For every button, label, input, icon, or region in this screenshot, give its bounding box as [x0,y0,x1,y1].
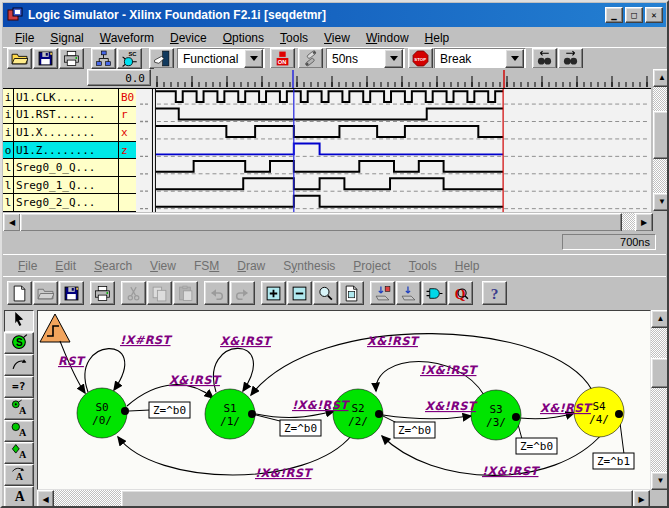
break-mode-combobox[interactable]: Break [434,48,526,69]
save-button[interactable] [59,281,84,305]
fsm-menu-fsm[interactable]: FSM [185,257,228,275]
new-doc-button[interactable] [7,281,32,305]
fsm-hscrollbar[interactable]: ◀ ▶ [37,490,650,507]
signal-row[interactable]: iU1.RST......r [3,107,136,125]
menu-device[interactable]: Device [162,29,215,47]
wave-vscrollbar[interactable]: ▲ ▼ [653,69,669,211]
signal-row[interactable]: iU1.CLK......B0 [3,89,136,107]
condition-label[interactable]: !X&!RST [255,466,313,480]
help-button[interactable]: ? [482,281,507,305]
condition-label[interactable]: !X&!RST [292,398,350,412]
fsm-menu-tools[interactable]: Tools [400,257,446,275]
signal-row[interactable]: lSreg0_0_Q... [3,159,136,177]
print-button[interactable] [59,48,84,69]
chevron-down-icon[interactable] [505,49,524,68]
stop-button[interactable]: STOP [408,48,433,69]
signal-row[interactable]: iU1.X........x [3,124,136,142]
find-next-button[interactable] [558,48,583,69]
condition-tool-button[interactable]: =? [4,376,34,398]
scroll-down-icon[interactable]: ▼ [653,193,669,211]
scroll-right-icon[interactable]: ▶ [633,490,650,508]
fsm-vscrollbar[interactable]: ▲ ▼ [651,310,668,490]
condition-action-button[interactable]: A [4,442,34,464]
transition-S2-to-S3[interactable] [383,415,471,419]
fsm-menu-view[interactable]: View [141,257,185,275]
scroll-left-icon[interactable]: ◀ [37,490,54,508]
synth-gate-button[interactable] [422,281,447,305]
hand-probe-button[interactable] [149,48,174,69]
condition-label[interactable]: !X#RST [120,333,172,347]
state-action-button[interactable]: A [4,398,34,420]
condition-label[interactable]: !X&!RST [482,464,540,478]
scroll-right-icon[interactable]: ▶ [635,213,653,232]
zoom-glass-button[interactable] [313,281,338,305]
fsm-menu-draw[interactable]: Draw [228,257,274,275]
start-symbol[interactable] [40,314,70,342]
wave-vscroll-thumb[interactable] [653,111,669,159]
undo-button[interactable] [204,281,229,305]
zoom-in-button[interactable] [261,281,286,305]
step-combobox[interactable]: 50ns [326,48,405,69]
fsm-menu-help[interactable]: Help [446,257,489,275]
scroll-up-icon[interactable]: ▲ [651,310,669,328]
scroll-down-icon[interactable]: ▼ [651,472,669,490]
signal-row[interactable]: oU1.Z........z [3,142,136,160]
transition-S0-to-S0[interactable] [85,349,125,392]
export-hdl-button[interactable] [370,281,395,305]
wave-hscrollbar[interactable]: ◀ ▶ [3,213,653,230]
timeline-ruler[interactable] [154,68,651,88]
export-log-button[interactable] [396,281,421,305]
menu-file[interactable]: File [7,29,42,47]
state-port-dot[interactable] [615,410,623,418]
save-button[interactable] [33,48,58,69]
power-on-button[interactable]: ON [270,48,295,69]
transition-tool-button[interactable] [4,354,34,376]
condition-label[interactable]: RST [58,354,86,368]
text-tool-button[interactable]: A [4,486,34,508]
fsm-menu-search[interactable]: Search [85,257,141,275]
probes-button[interactable] [298,48,323,69]
copy-button[interactable] [147,281,172,305]
state-port-dot[interactable] [512,413,520,421]
scroll-left-icon[interactable]: ◀ [3,213,21,232]
zoom-page-button[interactable] [339,281,364,305]
condition-label[interactable]: X&!RST [540,401,593,415]
find-prev-button[interactable] [532,48,557,69]
fsm-menu-project[interactable]: Project [344,257,399,275]
maximize-button[interactable]: □ [625,7,643,23]
signal-row[interactable]: lSreg0_1_Q... [3,177,136,195]
menu-window[interactable]: Window [358,29,417,47]
menu-view[interactable]: View [316,29,358,47]
sc-probe-button[interactable]: SC [117,48,142,69]
select-arrow-button[interactable] [4,310,34,332]
state-port-dot[interactable] [248,410,256,418]
transition-action-button[interactable]: A [4,420,34,442]
fsm-hscroll-thumb[interactable] [121,490,633,508]
state-port-dot[interactable] [121,407,129,415]
fsm-canvas[interactable]: S0/0/S1/1/S2/2/S3/3/S4/4/Z=^b0Z=^b0Z=^b0… [37,310,651,490]
condition-label[interactable]: X&!RST [425,399,478,413]
cut-button[interactable] [121,281,146,305]
state-tool-button[interactable]: S [4,332,34,354]
hierarchy-button[interactable] [91,48,116,69]
scroll-up-icon[interactable]: ▲ [653,69,669,87]
menu-signal[interactable]: Signal [42,29,91,47]
chevron-down-icon[interactable] [244,49,263,68]
chevron-down-icon[interactable] [384,49,403,68]
condition-label[interactable]: X&!RST [367,334,420,348]
fsm-menu-edit[interactable]: Edit [46,257,85,275]
minimize-button[interactable]: ▁ [605,7,623,23]
signal-row[interactable]: lSreg0_2_Q... [3,194,136,212]
transition-S2-to-S0[interactable] [118,435,352,475]
fsm-menu-synthesis[interactable]: Synthesis [274,257,344,275]
redo-button[interactable] [230,281,255,305]
paste-button[interactable] [173,281,198,305]
menu-waveform[interactable]: Waveform [92,29,162,47]
fsm-vscroll-thumb[interactable] [651,358,669,388]
state-port-dot[interactable] [375,410,383,418]
condition-label[interactable]: !X&!RST [420,363,478,377]
wave-plot[interactable] [136,88,651,212]
open-folder-button[interactable] [33,281,58,305]
open-folder-button[interactable] [7,48,32,69]
menu-tools[interactable]: Tools [272,29,316,47]
